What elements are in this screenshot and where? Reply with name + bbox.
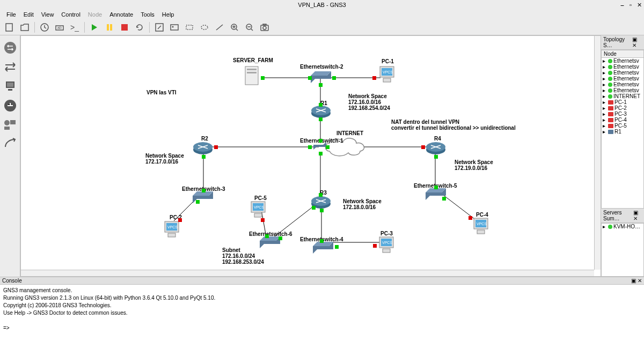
ethernetswitch-1[interactable] — [313, 142, 326, 151]
tree-item[interactable]: ▸Ethernetsv — [602, 64, 643, 70]
security-devices-icon[interactable] — [2, 98, 18, 114]
expand-icon[interactable]: ▸ — [603, 111, 607, 117]
maximize-icon[interactable]: ▫ — [630, 2, 632, 9]
svg-text:VPCS: VPCS — [167, 225, 178, 229]
add-link-icon[interactable] — [2, 136, 18, 152]
svg-text:ab: ab — [57, 26, 62, 29]
topology-summary-panel: Node ▸Ethernetsv▸Ethernetsv▸Ethernetsv▸E… — [601, 50, 644, 209]
status-dot — [434, 186, 438, 189]
router-r2[interactable] — [193, 141, 213, 156]
pc-1[interactable]: VPCS — [378, 65, 397, 86]
all-devices-icon[interactable] — [2, 117, 18, 133]
end-devices-icon[interactable] — [2, 78, 18, 94]
expand-icon[interactable]: ▸ — [603, 87, 607, 93]
node-column-header[interactable]: Node — [602, 50, 643, 58]
open-project-icon[interactable] — [18, 21, 31, 34]
expand-icon[interactable]: ▸ — [603, 58, 607, 64]
expand-icon[interactable]: ▸ — [603, 129, 607, 135]
router-r4[interactable] — [426, 141, 446, 156]
tree-item[interactable]: ▸Ethernetsv — [602, 70, 643, 76]
tree-item[interactable]: ▸PC-4 — [602, 117, 643, 123]
panel-controls[interactable]: ▣ ✕ — [631, 278, 642, 284]
expand-icon[interactable]: ▸ — [603, 105, 607, 111]
menu-file[interactable]: File — [3, 10, 19, 19]
server-farm-device[interactable] — [244, 65, 260, 87]
console-output[interactable]: GNS3 management console. Running GNS3 ve… — [0, 285, 644, 341]
menu-tools[interactable]: Tools — [137, 10, 158, 19]
panel-controls[interactable]: ▣ ✕ — [633, 210, 642, 221]
minimize-icon[interactable]: ‒ — [620, 2, 624, 9]
canvas-scrollbar-v[interactable] — [594, 36, 601, 270]
zoom-out-icon[interactable] — [243, 21, 256, 34]
svg-text:VPCS: VPCS — [254, 205, 264, 209]
zoom-in-icon[interactable] — [228, 21, 241, 34]
server-item[interactable]: ▸ KVM-HO… — [602, 224, 643, 229]
stop-icon[interactable] — [118, 21, 131, 34]
label-eth2: Ethernetswitch-2 — [300, 64, 343, 70]
expand-icon[interactable]: ▸ — [603, 64, 607, 70]
topology-canvas[interactable]: SERVER_FARM VPN Ias VTI Ethernetswitch-2… — [20, 35, 601, 277]
ethernetswitch-2[interactable] — [311, 71, 331, 84]
pc-4[interactable]: VPCS — [472, 217, 491, 238]
tree-item[interactable]: ▸PC-3 — [602, 111, 643, 117]
status-green-icon — [608, 225, 612, 229]
svg-rect-5 — [110, 24, 112, 31]
tree-item[interactable]: ▸Ethernetsv — [602, 81, 643, 87]
svg-rect-20 — [8, 89, 12, 91]
tree-item[interactable]: ▸Ethernetsv — [602, 87, 643, 93]
expand-icon[interactable]: ▸ — [603, 76, 607, 81]
draw-ellipse-icon[interactable] — [198, 21, 211, 34]
expand-icon[interactable]: ▸ — [603, 123, 607, 129]
console-line: GNS3 management console. — [3, 287, 641, 294]
menu-help[interactable]: Help — [159, 10, 178, 19]
expand-icon[interactable]: ▸ — [603, 117, 607, 123]
topology-summary-title: Topology S… ▣ ✕ — [601, 35, 644, 50]
ethernetswitch-4[interactable] — [313, 242, 333, 255]
menu-edit[interactable]: Edit — [20, 10, 37, 19]
routers-icon[interactable] — [2, 40, 18, 56]
status-dot — [319, 117, 323, 121]
show-interface-labels-icon[interactable]: ab — [53, 21, 66, 34]
status-dot — [332, 76, 336, 80]
snapshot-icon[interactable] — [38, 21, 51, 34]
draw-rect-icon[interactable] — [183, 21, 196, 34]
insert-image-icon[interactable] — [168, 21, 181, 34]
pc-2[interactable]: VPCS — [163, 220, 182, 241]
canvas-scrollbar-h[interactable] — [21, 270, 594, 276]
tree-item[interactable]: ▸Ethernetsv — [602, 76, 643, 81]
pause-icon[interactable] — [103, 21, 116, 34]
expand-icon[interactable]: ▸ — [603, 93, 607, 99]
label-subnet: Subnet 172.16.0.0/24 192.168.253.0/24 — [222, 247, 264, 265]
tree-item[interactable]: ▸PC-5 — [602, 123, 643, 129]
reload-icon[interactable] — [133, 21, 146, 34]
label-ns2: Network Space 172.17.0.0/16 — [145, 153, 184, 165]
svg-point-11 — [201, 25, 208, 29]
status-green-icon — [608, 59, 612, 63]
expand-icon[interactable]: ▸ — [603, 99, 607, 105]
screenshot-icon[interactable] — [258, 21, 271, 34]
tree-item[interactable]: ▸Ethernetsv — [602, 58, 643, 64]
start-icon[interactable] — [88, 21, 101, 34]
pc-3[interactable]: VPCS — [377, 236, 397, 256]
panel-controls[interactable]: ▣ ✕ — [632, 36, 642, 48]
expand-icon[interactable]: ▸ — [603, 224, 607, 229]
svg-rect-19 — [7, 83, 13, 87]
status-green-icon — [608, 77, 612, 81]
switches-icon[interactable] — [2, 59, 18, 75]
menu-view[interactable]: View — [38, 10, 57, 19]
close-icon[interactable]: ✕ — [637, 2, 642, 9]
console-icon[interactable]: >_ — [68, 21, 81, 34]
expand-icon[interactable]: ▸ — [603, 81, 607, 87]
tree-item[interactable]: ▸INTERNET — [602, 93, 643, 99]
menu-annotate[interactable]: Annotate — [106, 10, 136, 19]
new-project-icon[interactable] — [3, 21, 16, 34]
tree-item[interactable]: ▸PC-2 — [602, 105, 643, 111]
expand-icon[interactable]: ▸ — [603, 70, 607, 76]
annotate-icon[interactable] — [153, 21, 166, 34]
tree-item[interactable]: ▸R1 — [602, 129, 643, 135]
pc-5[interactable]: VPCS — [249, 201, 268, 221]
draw-line-icon[interactable] — [213, 21, 226, 34]
svg-point-9 — [172, 26, 174, 27]
menu-control[interactable]: Control — [58, 10, 83, 19]
tree-item[interactable]: ▸PC-1 — [602, 99, 643, 105]
